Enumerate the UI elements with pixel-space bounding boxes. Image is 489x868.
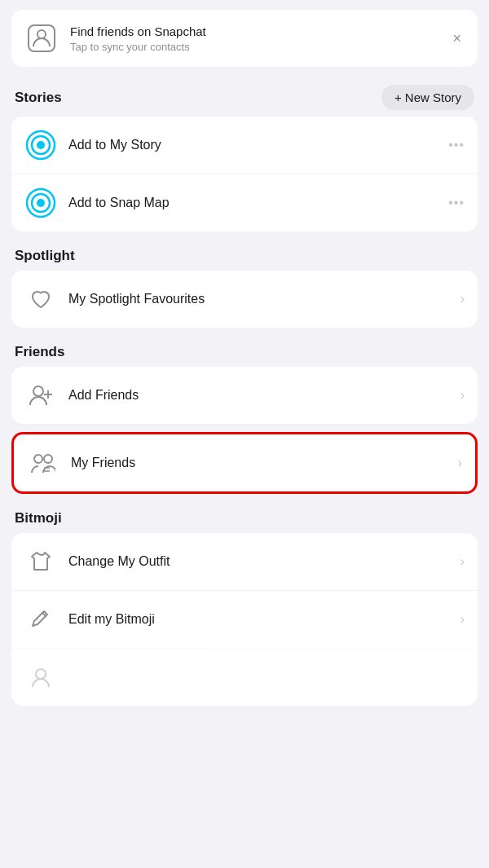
find-friends-banner[interactable]: Find friends on Snapchat Tap to sync you… (11, 10, 478, 67)
svg-point-7 (37, 199, 45, 207)
svg-point-15 (36, 669, 46, 679)
bitmoji-title: Bitmoji (15, 510, 62, 527)
svg-point-11 (34, 455, 42, 463)
banner-subtitle: Tap to sync your contacts (70, 41, 438, 53)
shirt-icon (24, 545, 57, 578)
edit-bitmoji-label: Edit my Bitmoji (68, 612, 449, 627)
friends-title: Friends (15, 344, 64, 360)
spotlight-favourites-label: My Spotlight Favourites (68, 292, 449, 306)
snap-map-label: Add to Snap Map (68, 196, 437, 210)
my-story-label: Add to My Story (68, 138, 437, 152)
svg-point-4 (37, 141, 45, 149)
friends-section-header: Friends (0, 336, 489, 367)
change-outfit-chevron-icon: › (460, 554, 465, 569)
stories-section-header: Stories + New Story (0, 77, 489, 117)
add-person-icon (24, 379, 57, 412)
extra-bitmoji-item[interactable] (11, 648, 478, 706)
bitmoji-section-header: Bitmoji (0, 502, 489, 533)
my-story-options-icon[interactable]: ••• (448, 138, 465, 152)
my-friends-card: My Friends › (11, 432, 478, 494)
banner-text-block: Find friends on Snapchat Tap to sync you… (70, 24, 438, 54)
pencil-icon (24, 603, 57, 636)
change-outfit-label: Change My Outfit (68, 554, 449, 569)
snap-map-camera-icon (24, 187, 57, 219)
svg-point-12 (44, 455, 52, 463)
new-story-button[interactable]: + New Story (381, 85, 474, 110)
my-friends-label: My Friends (71, 456, 447, 470)
stories-title: Stories (15, 90, 62, 106)
spotlight-title: Spotlight (15, 248, 75, 264)
my-friends-chevron-icon: › (458, 456, 462, 470)
edit-bitmoji-chevron-icon: › (460, 612, 465, 627)
spotlight-card: My Spotlight Favourites › (11, 271, 478, 328)
contacts-sync-icon (24, 21, 59, 55)
banner-close-button[interactable]: × (449, 27, 465, 51)
spotlight-chevron-icon: › (460, 292, 465, 306)
my-story-camera-icon (24, 129, 57, 161)
add-friends-chevron-icon: › (460, 388, 465, 403)
extra-bitmoji-icon (24, 661, 57, 694)
add-to-my-story-item[interactable]: Add to My Story ••• (11, 117, 478, 174)
add-friends-card: Add Friends › (11, 367, 478, 424)
bitmoji-card: Change My Outfit › Edit my Bitmoji › (11, 533, 478, 706)
svg-point-1 (37, 30, 46, 38)
edit-bitmoji-item[interactable]: Edit my Bitmoji › (11, 590, 478, 648)
friends-list-icon (27, 447, 59, 479)
banner-title: Find friends on Snapchat (70, 24, 438, 40)
my-friends-item[interactable]: My Friends › (14, 434, 475, 491)
add-friends-label: Add Friends (68, 388, 449, 403)
heart-icon (24, 283, 57, 315)
spotlight-section-header: Spotlight (0, 240, 489, 271)
spotlight-favourites-item[interactable]: My Spotlight Favourites › (11, 271, 478, 328)
add-friends-item[interactable]: Add Friends › (11, 367, 478, 424)
snap-map-options-icon[interactable]: ••• (448, 196, 465, 210)
stories-card: Add to My Story ••• Add to Snap Map ••• (11, 117, 478, 231)
svg-point-8 (33, 386, 43, 396)
change-outfit-item[interactable]: Change My Outfit › (11, 533, 478, 590)
add-to-snap-map-item[interactable]: Add to Snap Map ••• (11, 174, 478, 231)
